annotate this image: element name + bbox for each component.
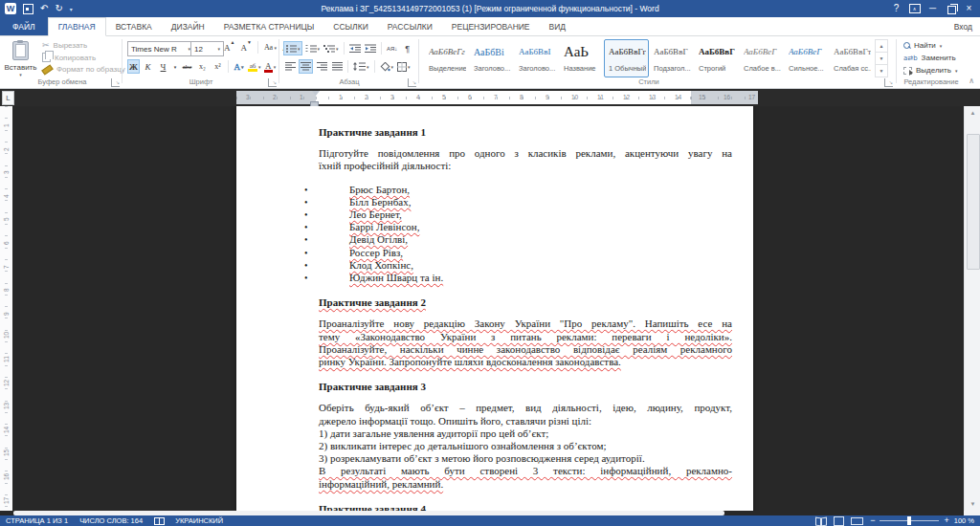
style-item[interactable]: АаБбВіЗаголово...	[469, 39, 514, 77]
ribbon-tab[interactable]: ГЛАВНАЯ	[48, 17, 106, 36]
copy-button[interactable]: Копировать	[42, 53, 125, 62]
style-item[interactable]: АаБбВвГгД1 Обычный	[604, 39, 649, 77]
tab-stop-selector[interactable]: L	[2, 91, 14, 105]
text-effects-button[interactable]: А▾	[232, 59, 246, 74]
style-item[interactable]: АаБбВвГтСлабая сс...	[829, 39, 874, 77]
doc-line[interactable]: ринку України. Запропонуйте шляхи вдоско…	[319, 356, 732, 368]
doc-line[interactable]: Проаналізуйте нову редакцію Закону Украї…	[319, 318, 732, 330]
sign-in-button[interactable]: Вход	[954, 17, 972, 36]
doc-line[interactable]: Підготуйте повідомлення про одного з кла…	[319, 147, 732, 160]
change-case-button[interactable]: Аа ▾	[262, 43, 278, 52]
text-highlight-button[interactable]: аб▾	[247, 59, 262, 74]
ribbon-display-options-icon[interactable]: ∧	[905, 0, 924, 17]
doc-bullet-item[interactable]: •Баррі Левінсон,	[319, 221, 732, 233]
scroll-up-icon[interactable]: ▲	[965, 110, 980, 116]
justify-button[interactable]	[330, 59, 344, 74]
bold-button[interactable]: Ж	[127, 59, 140, 74]
shading-button[interactable]: ▾	[379, 59, 395, 74]
ribbon-tab[interactable]: РАССЫЛКИ	[378, 17, 442, 35]
doc-line[interactable]: 3) розрекламувати об’єкт з метою його ро…	[319, 452, 732, 465]
sort-button[interactable]: АЯ↓	[386, 41, 399, 55]
style-item[interactable]: АаБбВвІЗаголово...	[514, 39, 559, 77]
align-center-button[interactable]	[299, 59, 313, 74]
help-icon[interactable]: ?	[887, 0, 905, 17]
doc-bullet-item[interactable]: •Юджин Шварц та ін.	[319, 272, 732, 284]
first-line-indent-marker[interactable]	[312, 91, 320, 96]
doc-line[interactable]: 2) викликати інтерес до детальнішого озн…	[319, 440, 732, 452]
doc-heading[interactable]: Практичне завдання 3	[319, 381, 732, 393]
doc-line[interactable]: їхній професійній діяльності:	[319, 160, 732, 172]
style-item[interactable]: АаЬНазвание	[559, 39, 604, 77]
doc-bullet-item[interactable]: •Россер Рівз,	[319, 247, 732, 259]
multilevel-list-button[interactable]: ▾	[323, 41, 340, 55]
zoom-slider-thumb[interactable]	[907, 516, 911, 525]
shrink-font-button[interactable]: А▼	[238, 43, 253, 53]
replace-button[interactable]: a⇄b Заменить	[903, 54, 957, 62]
doc-bullet-item[interactable]: •Брюс Бартон,	[319, 184, 732, 196]
doc-line[interactable]: Оберіть будь-який об’єкт – предмет, вид …	[319, 402, 732, 414]
grow-font-button[interactable]: А▲	[222, 43, 236, 53]
doc-bullet-item[interactable]: •Білл Бернбах,	[319, 196, 732, 208]
doc-line[interactable]: 1) дати загальне уявлення аудиторії про …	[319, 427, 732, 440]
collapse-ribbon-icon[interactable]: ∧	[969, 77, 974, 85]
doc-line[interactable]: інформаційний, рекламний.	[319, 478, 732, 491]
styles-scroll-up-icon[interactable]: ▲	[876, 40, 887, 53]
web-layout-icon[interactable]	[851, 517, 863, 525]
ribbon-tab[interactable]: ВИД	[540, 17, 576, 35]
find-button[interactable]: Найти▾	[903, 41, 957, 50]
proofing-status-icon[interactable]	[154, 517, 164, 524]
ribbon-tab[interactable]: ССЫЛКИ	[323, 17, 377, 35]
doc-bullet-item[interactable]: •Девід Огілві,	[319, 233, 732, 246]
doc-heading[interactable]: Практичне завдання 2	[319, 296, 732, 309]
styles-scroll-down-icon[interactable]: ▼	[876, 53, 887, 65]
minimize-button[interactable]: ─	[924, 0, 942, 17]
zoom-level[interactable]: 100 %	[954, 516, 974, 525]
doc-heading[interactable]: Практичне завдання 4	[319, 503, 732, 511]
clipboard-dialog-launcher[interactable]	[111, 78, 120, 87]
style-item[interactable]: АаБбВеГСильное...	[784, 39, 829, 77]
select-button[interactable]: Выделить▾	[903, 66, 957, 75]
status-language[interactable]: УКРАИНСКИЙ	[175, 516, 223, 525]
align-left-button[interactable]	[283, 59, 297, 74]
style-item[interactable]: АаБбВвГПодзагол...	[649, 39, 694, 77]
superscript-button[interactable]: x²	[211, 59, 225, 74]
underline-button[interactable]: Ч	[156, 59, 170, 74]
doc-line[interactable]: В результаті мають бути створені 3 текст…	[319, 465, 732, 477]
ribbon-tab[interactable]: ВСТАВКА	[106, 17, 162, 35]
numbered-list-button[interactable]: ▾	[304, 41, 322, 55]
subscript-button[interactable]: x₂	[195, 59, 210, 74]
font-name-combobox[interactable]: Times New R▾	[127, 41, 194, 56]
ribbon-tab[interactable]: РАЗМЕТКА СТРАНИЦЫ	[214, 17, 324, 35]
format-painter-button[interactable]: Формат по образцу	[42, 65, 125, 74]
close-button[interactable]: ×	[960, 0, 978, 17]
restore-button[interactable]	[942, 0, 960, 17]
show-paragraph-marks-button[interactable]: ¶	[401, 41, 414, 55]
italic-button[interactable]: К	[141, 59, 155, 74]
doc-heading[interactable]: Практичне завдання 1	[319, 126, 732, 139]
borders-button[interactable]: ▾	[396, 59, 412, 74]
font-color-button[interactable]: А▾	[263, 59, 278, 74]
style-item[interactable]: АаБбВеГгВыделение	[424, 39, 469, 77]
ribbon-tab[interactable]: ДИЗАЙН	[162, 17, 214, 35]
doc-line[interactable]: тему «Законодавство України з питань рек…	[319, 331, 732, 343]
zoom-slider[interactable]	[880, 520, 939, 521]
paste-button[interactable]: Вставить ▾	[3, 40, 38, 80]
cut-button[interactable]: ✂ Вырезать	[42, 41, 125, 50]
decrease-indent-button[interactable]	[348, 41, 362, 55]
font-dialog-launcher[interactable]	[268, 78, 277, 87]
vertical-ruler[interactable]: 1234567891011121314151617	[0, 106, 12, 511]
font-size-combobox[interactable]: 12▾	[190, 41, 224, 56]
doc-line[interactable]: джерело інформації тощо. Опишіть його, с…	[319, 415, 732, 427]
zoom-in-button[interactable]: +	[944, 516, 948, 525]
align-right-button[interactable]	[315, 59, 328, 74]
scroll-down-icon[interactable]: ▼	[965, 501, 980, 507]
status-word-count[interactable]: ЧИСЛО СЛОВ: 164	[79, 516, 143, 525]
tab-file[interactable]: ФАЙЛ	[0, 17, 48, 35]
ribbon-tab[interactable]: РЕЦЕНЗИРОВАНИЕ	[442, 17, 540, 35]
doc-line[interactable]: Проаналізуйте, наскільки чинне законодав…	[319, 343, 732, 356]
read-mode-icon[interactable]	[815, 517, 827, 525]
underline-caret-icon[interactable]: ▾	[171, 59, 179, 74]
style-item[interactable]: АаБбВеГСлабое в...	[739, 39, 784, 77]
doc-bullet-item[interactable]: •Клод Хопкінс,	[319, 259, 732, 272]
doc-bullet-item[interactable]: •Лео Бернет,	[319, 208, 732, 221]
